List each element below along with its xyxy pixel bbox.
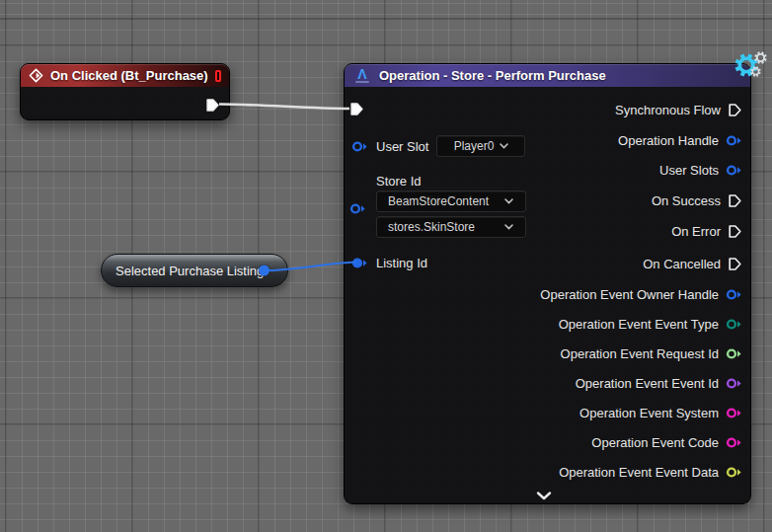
exec-in-pin[interactable] [349,102,364,116]
output-pin-row: Operation Event Event Type [559,316,742,332]
chevron-down-icon [500,143,508,149]
chevron-down-icon [504,198,513,204]
store-type-dropdown-value: BeamStoreContent [388,194,489,208]
data-pin[interactable] [726,466,742,479]
exec-pin[interactable] [728,193,742,208]
event-node[interactable]: On Clicked (Bt_Purchase) [20,63,230,120]
store-type-dropdown[interactable]: BeamStoreContent [376,190,526,212]
store-id-label: Store Id [376,175,422,188]
output-pin-label: Operation Event Request Id [561,346,719,361]
output-pin-row: Operation Event System [579,405,742,420]
gear-icon [750,66,761,77]
event-node-title: On Clicked (Bt_Purchase) [50,68,208,83]
store-value-dropdown-value: stores.SkinStore [388,220,475,234]
output-pin-label: User Slots [659,163,719,178]
operation-node-title: Operation - Store - Perform Purchase [379,68,606,83]
chevron-down-icon [504,224,513,230]
data-pin[interactable] [726,288,742,301]
operation-node-header[interactable]: Λ Operation - Store - Perform Purchase [345,64,750,87]
store-value-dropdown[interactable]: stores.SkinStore [376,216,526,238]
exec-pin[interactable] [728,103,742,117]
data-pin[interactable] [726,407,742,419]
output-pin-label: Operation Event System [579,406,719,420]
output-pin-row: Operation Event Code [591,434,742,450]
user-slot-pin[interactable] [351,140,368,153]
data-pin[interactable] [726,164,742,177]
user-slot-label: User Slot [376,139,428,154]
beamable-lambda-glyph: Λ [357,68,366,80]
event-icon [29,68,43,83]
output-pin-row: Synchronous Flow [615,102,742,117]
operation-node[interactable]: Λ Operation - Store - Perform Purchase U… [344,63,751,504]
output-pin-row: Operation Event Event Data [559,464,742,480]
exec-out-pin[interactable] [205,98,220,113]
output-pin-label: Operation Event Owner Handle [540,287,719,302]
output-pin-label: Operation Event Code [591,435,719,450]
output-pin-row: On Success [652,192,742,208]
data-pin[interactable] [726,347,742,360]
output-pin-row: Operation Handle [618,132,742,148]
data-pin[interactable] [726,377,742,390]
gears-icon [734,49,770,83]
output-pin-label: Operation Event Event Type [559,317,719,332]
exec-wire[interactable] [219,105,349,110]
user-slot-row: User Slot Player0 [351,135,525,157]
user-slot-dropdown-value: Player0 [454,139,495,153]
store-id-pin[interactable] [349,202,366,215]
output-pin-row: User Slots [659,162,742,178]
output-pin-row: On Error [671,223,742,239]
data-pin[interactable] [726,134,742,147]
output-pin-label: On Error [671,224,721,239]
expand-more-pins-button[interactable] [536,492,552,500]
variable-out-pin[interactable] [259,266,270,276]
user-slot-dropdown[interactable]: Player0 [436,135,525,157]
exec-pin[interactable] [728,257,742,271]
output-pin-label: On Success [652,193,721,208]
output-pin-label: Operation Event Event Id [576,376,719,391]
output-pin-row: Operation Event Event Id [576,375,742,391]
variable-node-label: Selected Purchase Listing [116,264,264,278]
blueprint-canvas[interactable]: On Clicked (Bt_Purchase) Λ Operation - S… [0,0,772,532]
data-pin[interactable] [726,436,742,449]
variable-node[interactable]: Selected Purchase Listing [101,254,288,287]
gear-icon [754,51,767,64]
event-node-header[interactable]: On Clicked (Bt_Purchase) [21,64,229,87]
listing-id-row: Listing Id [351,255,427,270]
output-pin-row: On Cancelled [643,256,742,271]
beamable-logo-icon: Λ [352,68,372,83]
output-pin-label: On Cancelled [643,257,721,271]
output-pin-label: Operation Event Event Data [559,465,719,480]
output-pin-row: Operation Event Request Id [561,345,742,361]
output-pin-row: Operation Event Owner Handle [540,286,742,302]
listing-id-label: Listing Id [376,256,427,270]
data-pin[interactable] [726,318,742,331]
delegate-output-pin[interactable] [215,70,221,82]
exec-pin[interactable] [728,224,742,239]
listing-id-pin[interactable] [351,257,368,269]
output-pin-label: Operation Handle [618,133,719,148]
output-pin-label: Synchronous Flow [615,103,721,117]
beamable-logo-subtext [355,81,369,83]
